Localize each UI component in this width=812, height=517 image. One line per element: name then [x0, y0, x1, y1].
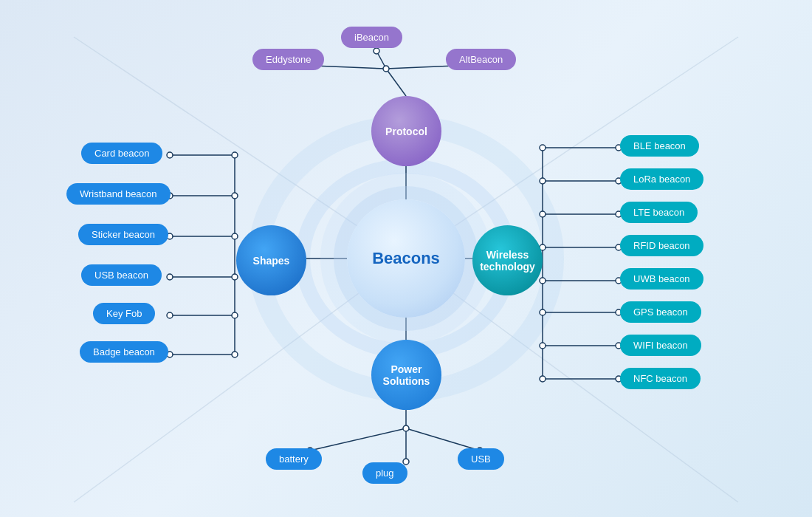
svg-point-32 — [167, 312, 173, 318]
svg-point-55 — [540, 309, 546, 315]
node-rfid-beacon: RFID beacon — [620, 235, 703, 256]
node-altbeacon: AltBeacon — [446, 49, 516, 70]
svg-point-68 — [403, 425, 409, 431]
node-ble-beacon: BLE beacon — [620, 135, 699, 157]
node-usb: USB — [458, 448, 504, 470]
svg-point-34 — [232, 352, 238, 357]
node-nfc-beacon: NFC beacon — [620, 368, 701, 389]
center-label: Beacons — [372, 249, 440, 268]
svg-point-29 — [167, 274, 173, 280]
node-sticker-beacon: Sticker beacon — [78, 224, 168, 245]
svg-point-11 — [383, 66, 389, 72]
svg-point-61 — [540, 376, 546, 382]
node-uwb-beacon: UWB beacon — [620, 268, 703, 290]
node-wristband-beacon: Wristband beacon — [66, 183, 171, 205]
node-lte-beacon: LTE beacon — [620, 202, 698, 223]
power-satellite: Power Solutions — [371, 340, 441, 410]
center-node: Beacons — [347, 199, 465, 318]
node-key-fob: Key Fob — [93, 303, 155, 324]
svg-point-20 — [167, 152, 173, 158]
svg-point-58 — [540, 343, 546, 349]
wireless-satellite: Wireless technology — [472, 225, 543, 295]
node-card-beacon: Card beacon — [81, 143, 162, 164]
svg-point-52 — [540, 278, 546, 284]
diagram: Beacons Protocol iBeacon Eddystone AltBe… — [0, 0, 812, 517]
node-ibeacon: iBeacon — [341, 27, 402, 48]
node-wifi-beacon: WIFI beacon — [620, 335, 701, 356]
node-lora-beacon: LoRa beacon — [620, 168, 703, 190]
protocol-satellite: Protocol — [371, 96, 441, 166]
node-gps-beacon: GPS beacon — [620, 301, 701, 323]
svg-point-25 — [232, 233, 238, 239]
svg-point-22 — [232, 193, 238, 199]
svg-point-40 — [540, 145, 546, 151]
svg-point-19 — [232, 152, 238, 158]
svg-line-2 — [74, 258, 406, 502]
node-eddystone: Eddystone — [252, 49, 324, 70]
node-usb-beacon: USB beacon — [81, 264, 162, 286]
svg-point-14 — [374, 48, 379, 54]
svg-point-46 — [540, 211, 546, 217]
node-battery: battery — [266, 448, 322, 470]
svg-point-43 — [540, 178, 546, 184]
svg-point-70 — [403, 459, 409, 465]
svg-line-8 — [376, 51, 386, 69]
svg-line-7 — [386, 69, 406, 96]
svg-point-31 — [232, 312, 238, 318]
node-badge-beacon: Badge beacon — [80, 341, 168, 363]
node-plug: plug — [362, 462, 407, 484]
shapes-satellite: Shapes — [236, 225, 306, 295]
svg-point-28 — [232, 274, 238, 280]
svg-line-65 — [310, 428, 406, 451]
svg-line-67 — [406, 428, 480, 451]
